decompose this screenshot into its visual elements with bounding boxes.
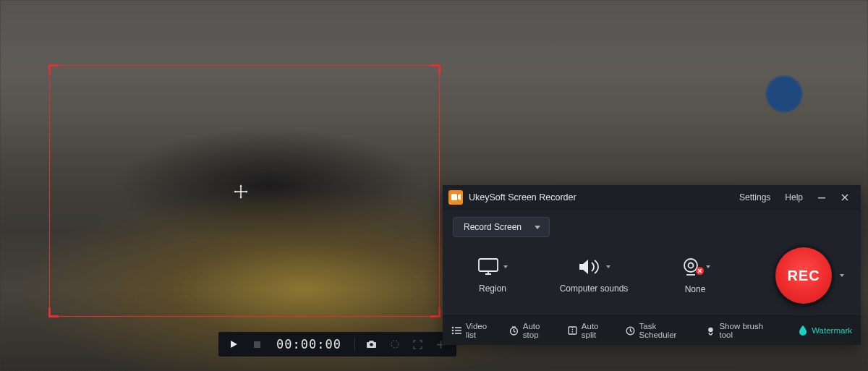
- watermark-button[interactable]: Watermark: [799, 325, 852, 336]
- audio-source-label: Computer sounds: [560, 283, 629, 294]
- annotate-button[interactable]: [386, 335, 404, 354]
- svg-rect-11: [455, 330, 461, 331]
- task-scheduler-label: Task Scheduler: [639, 322, 696, 339]
- stop-button[interactable]: [247, 335, 266, 354]
- capture-region[interactable]: [49, 65, 440, 317]
- settings-link[interactable]: Settings: [735, 189, 775, 205]
- record-options-dropdown[interactable]: [836, 254, 848, 297]
- record-button-label: REC: [787, 268, 820, 284]
- show-brush-button[interactable]: Show brush tool: [706, 322, 779, 339]
- svg-point-17: [708, 327, 713, 332]
- show-brush-label: Show brush tool: [719, 322, 778, 339]
- screen-source-label: Region: [479, 283, 506, 294]
- move-cursor-icon: [232, 183, 250, 200]
- svg-rect-4: [818, 197, 825, 198]
- recorder-panel: UkeySoft Screen Recorder Settings Help R…: [443, 185, 861, 345]
- elapsed-time: 00:00:00: [271, 337, 347, 351]
- svg-point-12: [452, 333, 454, 335]
- chevron-down-icon: [840, 274, 844, 277]
- svg-rect-9: [455, 327, 461, 328]
- auto-stop-label: Auto stop: [523, 322, 558, 339]
- svg-point-7: [689, 263, 694, 268]
- region-handle-bl[interactable]: [48, 307, 59, 317]
- app-icon: [448, 190, 463, 205]
- region-handle-tl[interactable]: [48, 64, 59, 74]
- chevron-down-icon: [535, 226, 540, 229]
- speaker-icon: [577, 257, 602, 276]
- mini-control-bar: 00:00:00: [218, 332, 456, 357]
- monitor-icon: [477, 257, 499, 276]
- fullscreen-button[interactable]: [409, 335, 427, 354]
- audio-source[interactable]: Computer sounds: [532, 257, 655, 294]
- app-title: UkeySoft Screen Recorder: [469, 192, 576, 202]
- auto-stop-button[interactable]: Auto stop: [509, 322, 558, 339]
- chevron-down-icon: [706, 265, 710, 268]
- video-list-label: Video list: [466, 322, 499, 339]
- record-button[interactable]: REC: [775, 247, 832, 304]
- auto-split-label: Auto split: [582, 322, 616, 339]
- auto-split-button[interactable]: Auto split: [568, 322, 616, 339]
- svg-rect-13: [455, 333, 461, 334]
- minimize-button[interactable]: [813, 189, 830, 206]
- camera-source[interactable]: None: [655, 257, 735, 294]
- help-link[interactable]: Help: [780, 189, 807, 205]
- task-scheduler-button[interactable]: Task Scheduler: [626, 322, 696, 339]
- webcam-icon: [680, 257, 702, 277]
- separator: [354, 337, 355, 351]
- panel-footer: Video list Auto stop Auto split Task Sch…: [443, 315, 861, 345]
- svg-point-8: [452, 327, 454, 329]
- play-button[interactable]: [224, 335, 243, 354]
- svg-point-2: [391, 341, 399, 348]
- svg-point-1: [370, 343, 373, 346]
- close-button[interactable]: [836, 189, 854, 206]
- chevron-down-icon: [606, 265, 610, 268]
- svg-rect-0: [254, 341, 260, 348]
- screen-source[interactable]: Region: [453, 257, 532, 294]
- chevron-down-icon: [503, 265, 508, 268]
- region-handle-tr[interactable]: [430, 64, 441, 74]
- watermark-label: Watermark: [812, 326, 852, 335]
- titlebar: UkeySoft Screen Recorder Settings Help: [443, 185, 861, 210]
- record-mode-dropdown[interactable]: Record Screen: [453, 217, 550, 237]
- screenshot-button[interactable]: [362, 335, 381, 354]
- record-mode-label: Record Screen: [464, 222, 522, 232]
- svg-point-10: [452, 330, 454, 332]
- svg-rect-5: [479, 259, 498, 271]
- camera-source-label: None: [685, 284, 706, 294]
- svg-rect-3: [451, 194, 457, 200]
- video-list-button[interactable]: Video list: [451, 322, 499, 339]
- region-handle-br[interactable]: [430, 307, 441, 317]
